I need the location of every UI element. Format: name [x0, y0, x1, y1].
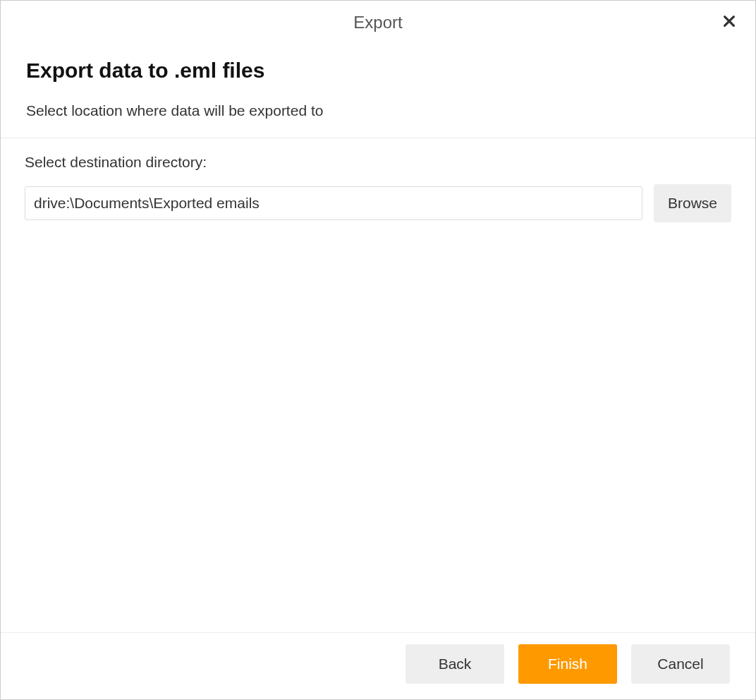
- finish-button[interactable]: Finish: [518, 644, 617, 684]
- dialog-title: Export: [353, 13, 402, 32]
- destination-row: Browse: [25, 186, 731, 222]
- destination-path-input[interactable]: [25, 186, 642, 220]
- page-subtitle: Select location where data will be expor…: [26, 102, 730, 119]
- export-dialog: Export Export data to .eml files Select …: [0, 0, 756, 700]
- title-bar: Export: [1, 1, 755, 44]
- destination-label: Select destination directory:: [25, 154, 731, 171]
- back-button[interactable]: Back: [406, 644, 504, 684]
- close-icon: [721, 13, 737, 29]
- cancel-button[interactable]: Cancel: [631, 644, 730, 684]
- dialog-footer: Back Finish Cancel: [1, 632, 755, 699]
- close-button[interactable]: [719, 11, 740, 32]
- browse-button[interactable]: Browse: [654, 184, 731, 222]
- content-section: Select destination directory: Browse: [1, 138, 755, 632]
- page-title: Export data to .eml files: [26, 59, 730, 83]
- header-section: Export data to .eml files Select locatio…: [1, 44, 755, 138]
